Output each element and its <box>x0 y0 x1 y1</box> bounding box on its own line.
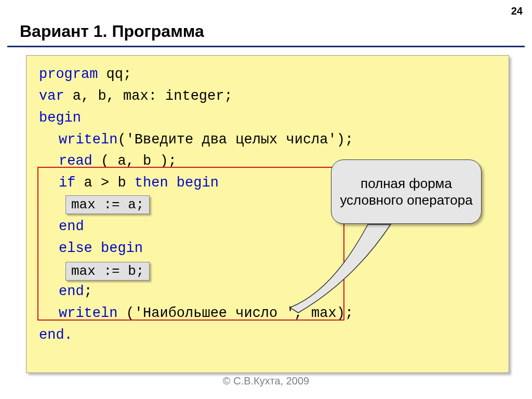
code-line: end. <box>39 325 496 347</box>
keyword: end <box>59 284 84 299</box>
keyword: program <box>39 66 98 82</box>
code-text: ('Наибольшее число ', max); <box>117 305 353 321</box>
code-chip-b: max := b; <box>65 262 150 281</box>
keyword: then begin <box>135 175 219 191</box>
code-line: writeln ('Наибольшее число ', max); <box>39 303 496 325</box>
keyword: end <box>59 219 84 234</box>
code-chip-a: max := a; <box>65 195 150 214</box>
callout-text: полная форма условного оператора <box>336 175 477 209</box>
code-text: ; <box>84 284 92 299</box>
code-text: qq; <box>98 66 131 82</box>
code-text: a, b, max: integer; <box>64 88 233 104</box>
code-line: else begin <box>39 238 496 260</box>
keyword: var <box>39 88 64 104</box>
code-line: program qq; <box>39 64 496 86</box>
keyword: begin <box>101 241 143 256</box>
keyword: end. <box>39 327 73 343</box>
keyword: read <box>59 153 92 169</box>
code-text: ( a, b ); <box>92 153 177 169</box>
title-underline <box>7 46 525 47</box>
keyword: begin <box>39 110 81 126</box>
keyword: writeln <box>59 305 117 321</box>
page-title: Вариант 1. Программа <box>20 22 204 41</box>
keyword: if <box>59 175 75 191</box>
keyword: else <box>59 241 101 256</box>
code-line: begin <box>39 108 496 129</box>
code-text: ('Введите два целых числа'); <box>117 132 353 148</box>
keyword: writeln <box>59 132 117 148</box>
code-line: var a, b, max: integer; <box>39 86 496 108</box>
code-text: a > b <box>75 175 134 191</box>
code-line: writeln('Введите два целых числа'); <box>39 129 496 151</box>
footer-copyright: © С.В.Кухта, 2009 <box>0 375 532 387</box>
callout-bubble: полная форма условного оператора <box>331 159 482 224</box>
code-line: end; <box>39 281 496 303</box>
page-number: 24 <box>511 5 523 17</box>
